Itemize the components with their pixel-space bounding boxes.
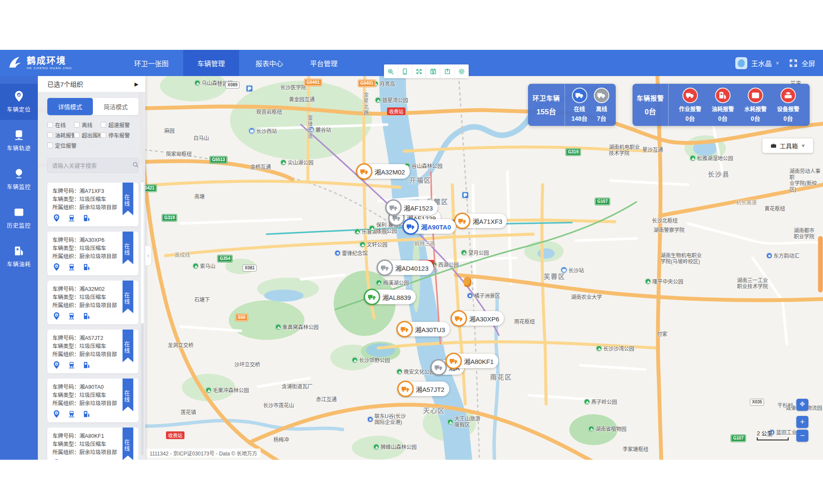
- vehicle-marker[interactable]: 湘AL8839: [365, 290, 416, 304]
- locate-button[interactable]: [796, 399, 808, 411]
- panel-collapse-handle[interactable]: ‹: [145, 246, 151, 266]
- locate-vehicle-icon[interactable]: [52, 410, 61, 418]
- export-share-icon[interactable]: [440, 64, 454, 78]
- expand-arrow-icon[interactable]: ▶: [135, 81, 138, 87]
- vehicle-card[interactable]: 车牌号码：湘A30XP6 车辆类型：垃圾压缩车 所属组织：厨余垃圾项目部 在线: [47, 232, 138, 275]
- map-label-text: 长沙站: [568, 266, 584, 274]
- org-selector-header[interactable]: 已选7个组织 ▶: [38, 76, 145, 92]
- locate-vehicle-icon[interactable]: [52, 263, 61, 271]
- fuel-detail-icon[interactable]: [83, 214, 91, 222]
- org-label: 所属组织：: [52, 351, 80, 357]
- checkbox-icon[interactable]: [101, 122, 106, 128]
- fleet-stat[interactable]: 在线 148台: [571, 88, 587, 122]
- fuel-detail-icon[interactable]: [83, 410, 91, 418]
- alarm-stat[interactable]: 设备报警 0台: [777, 88, 799, 122]
- panel-scrollbar[interactable]: [141, 180, 144, 455]
- map-label: 枫林三路: [415, 240, 435, 247]
- sidebar-item-vehicle-track[interactable]: 车辆轨迹: [0, 122, 38, 159]
- filter-checkbox[interactable]: 油耗报警: [47, 131, 77, 139]
- fullscreen-icon[interactable]: [789, 59, 798, 67]
- road-shield: X035: [750, 399, 764, 406]
- search-icon[interactable]: [132, 161, 139, 170]
- map-label-text: 索马山: [200, 262, 215, 269]
- vehicle-marker[interactable]: 湘A57JT2: [398, 382, 449, 396]
- vehicle-marker[interactable]: 湘A80KF1: [446, 354, 498, 368]
- track-playback-icon[interactable]: [68, 312, 76, 320]
- save-view-icon[interactable]: [426, 64, 440, 78]
- vehicle-card[interactable]: 车牌号码：湘A57JT2 车辆类型：垃圾压缩车 所属组织：厨余垃圾项目部 在线: [47, 330, 138, 373]
- zoom-out-button[interactable]: −: [796, 430, 808, 442]
- park-icon: [352, 357, 358, 363]
- zoom-in-button[interactable]: +: [796, 416, 808, 428]
- track-playback-icon[interactable]: [68, 263, 76, 271]
- alarm-stat[interactable]: 水耗报警 0台: [744, 88, 767, 122]
- park-icon: [206, 387, 212, 393]
- area-search-icon[interactable]: [384, 64, 398, 78]
- track-playback-icon[interactable]: [68, 214, 76, 222]
- fuel-detail-icon[interactable]: [83, 361, 91, 369]
- mode-simple-button[interactable]: 简洁模式: [93, 98, 138, 115]
- nav-item-overview-map[interactable]: 环卫一张图: [126, 50, 177, 76]
- fuel-detail-icon[interactable]: [83, 263, 91, 271]
- vehicle-marker[interactable]: 湘A32M02: [357, 164, 410, 179]
- sidebar-item-vehicle-location[interactable]: 车辆定位: [0, 84, 38, 120]
- map-label: 湖南农业大学: [571, 293, 602, 300]
- filter-checkbox[interactable]: 定位报警: [47, 141, 77, 150]
- vehicle-marker[interactable]: 湘A30TU3: [397, 322, 450, 336]
- track-playback-icon[interactable]: [68, 361, 76, 369]
- sidebar-item-fuel[interactable]: 车辆油耗: [0, 238, 38, 275]
- user-chevron-down-icon[interactable]: ∨: [776, 60, 779, 66]
- device-view-icon[interactable]: [398, 64, 412, 78]
- filter-label: 定位报警: [55, 141, 77, 150]
- alarm-stat[interactable]: 作业报警 0台: [679, 88, 701, 122]
- vehicle-marker[interactable]: 湘A71XF3: [455, 214, 507, 228]
- checkbox-icon[interactable]: [47, 143, 53, 148]
- map-label-text: 杭长高速: [736, 199, 757, 206]
- vehicle-card[interactable]: 车牌号码：湘A71XF3 车辆类型：垃圾压缩车 所属组织：厨余垃圾项目部 在线: [47, 183, 138, 226]
- fleet-title: 环卫车辆: [532, 93, 560, 102]
- alarm-stat[interactable]: 油耗报警 0台: [712, 88, 734, 122]
- expand-fullscreen-icon[interactable]: [412, 64, 427, 78]
- checkbox-icon[interactable]: [101, 132, 106, 138]
- locate-vehicle-icon[interactable]: [52, 312, 61, 320]
- nav-item-vehicle-management[interactable]: 车辆管理: [183, 50, 239, 76]
- filter-checkbox[interactable]: 停车报警: [101, 131, 130, 139]
- nav-item-report-center[interactable]: 报表中心: [248, 50, 291, 76]
- locate-vehicle-icon[interactable]: [52, 361, 61, 369]
- checkbox-icon[interactable]: [47, 122, 53, 128]
- checkbox-icon[interactable]: [74, 132, 80, 138]
- vehicle-marker[interactable]: 湘AD40123: [378, 260, 433, 275]
- username[interactable]: 王水晶: [751, 58, 772, 68]
- avatar[interactable]: [735, 57, 747, 69]
- vehicle-card[interactable]: 车牌号码：湘A90TA0 车辆类型：垃圾压缩车 所属组织：厨余垃圾项目部 在线: [47, 379, 138, 422]
- search-input[interactable]: [48, 162, 132, 169]
- district-label: 长沙县: [708, 169, 730, 178]
- scrollbar-thumb[interactable]: [141, 182, 144, 324]
- park-icon: [588, 426, 594, 432]
- sideb ar-item-history-monitor[interactable]: 历史监控: [0, 200, 38, 236]
- checkbox-icon[interactable]: [47, 132, 53, 138]
- sidebar-item-vehicle-monitor[interactable]: 车辆监控: [0, 161, 38, 197]
- map-label-text: 黄花枢纽: [765, 205, 785, 212]
- toolbox-button[interactable]: 工具箱 ▼: [762, 138, 813, 153]
- filter-checkbox[interactable]: 在线: [47, 121, 66, 129]
- track-playback-icon[interactable]: [68, 410, 76, 418]
- filter-checkbox[interactable]: 超出围栏: [74, 131, 103, 139]
- checkbox-icon[interactable]: [74, 122, 80, 128]
- fullscreen-label[interactable]: 全屏: [802, 58, 815, 68]
- filter-checkbox[interactable]: 超速报警: [101, 121, 130, 129]
- vehicle-card[interactable]: 车牌号码：湘A32M02 车辆类型：垃圾压缩车 所属组织：厨余垃圾项目部 在线: [47, 281, 138, 324]
- fleet-stat[interactable]: 离线 7台: [594, 88, 609, 122]
- type-label: 车辆类型：: [52, 392, 80, 398]
- vehicle-marker[interactable]: 湘A30XP6: [451, 311, 504, 326]
- mode-detail-button[interactable]: 详情模式: [47, 98, 93, 115]
- locate-vehicle-icon[interactable]: [52, 214, 61, 222]
- fuel-detail-icon[interactable]: [83, 312, 91, 320]
- vehicle-marker[interactable]: 湘A90TA0: [403, 219, 456, 234]
- nav-item-platform-management[interactable]: 平台管理: [302, 50, 345, 76]
- user-area: 王水晶 ∨ 全屏: [735, 50, 815, 76]
- map-park-label: 长沙郊野公园: [352, 356, 390, 363]
- filter-checkbox[interactable]: 离线: [74, 121, 92, 129]
- vehicle-marker[interactable]: 湘AF1523: [386, 200, 438, 215]
- settings-gear-icon[interactable]: [454, 64, 469, 78]
